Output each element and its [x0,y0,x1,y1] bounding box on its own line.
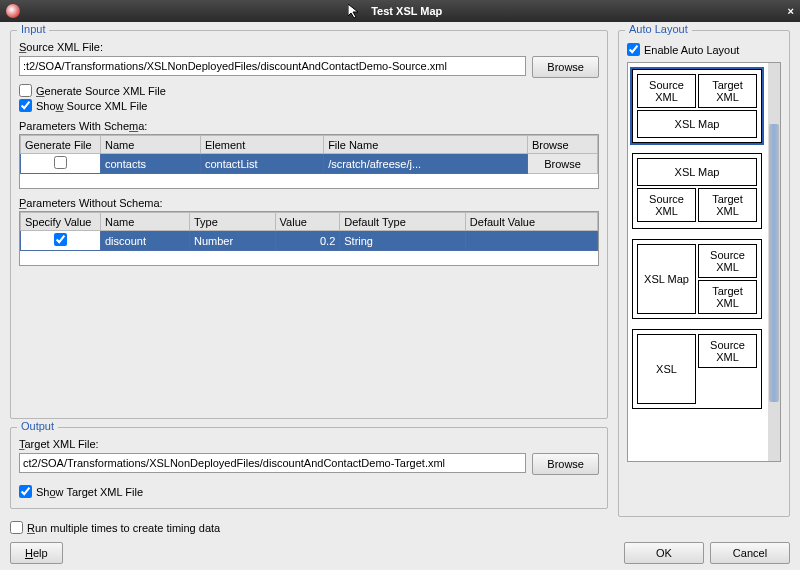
auto-layout-legend: Auto Layout [625,23,692,35]
generate-source-checkbox[interactable] [19,84,32,97]
output-fieldset: Output Target XML File: Browse Show Targ… [10,427,608,509]
layout-option-3[interactable]: XSL Map Source XML Target XML [632,239,762,319]
col-default-type[interactable]: Default Type [340,213,466,231]
specify-value-checkbox[interactable] [54,233,67,246]
table-row[interactable]: contacts contactList /scratch/afreese/j.… [21,154,598,174]
show-source-label: Show Source XML File [36,100,148,112]
layout-cell: Source XML [698,244,757,278]
params-with-schema-table: Generate File Name Element File Name Bro… [19,134,599,189]
app-icon [6,4,20,18]
layout-options: Source XML Target XML XSL Map XSL Map So… [627,62,781,462]
close-icon[interactable]: × [788,5,794,17]
params-without-schema-label: Parameters Without Schema: [19,197,599,209]
params-with-schema-label: Parameters With Schema: [19,120,599,132]
layout-cell: Target XML [698,188,757,222]
show-target-label: Show Target XML File [36,486,143,498]
window-title: Test XSL Map [26,5,788,17]
scrollbar-thumb[interactable] [769,124,779,403]
generate-file-checkbox[interactable] [54,156,67,169]
run-multiple-label: Run multiple times to create timing data [27,522,220,534]
layout-cell: Source XML [698,334,757,368]
col-type[interactable]: Type [189,213,275,231]
show-target-checkbox[interactable] [19,485,32,498]
enable-auto-layout-label: Enable Auto Layout [644,44,739,56]
input-fieldset: Input Source XML File: Browse Generate S… [10,30,608,419]
layout-option-4[interactable]: Source XML XSL [632,329,762,409]
layout-cell: Source XML [637,188,696,222]
col-element[interactable]: Element [200,136,323,154]
scrollbar[interactable] [768,63,780,461]
source-xml-label: Source XML File: [19,41,599,53]
titlebar: Test XSL Map × [0,0,800,22]
cell-name2[interactable]: discount [101,231,190,251]
col-specify-value[interactable]: Specify Value [21,213,101,231]
layout-cell: XSL Map [637,244,696,314]
show-source-checkbox[interactable] [19,99,32,112]
col-name[interactable]: Name [101,136,201,154]
cell-deftype[interactable]: String [340,231,466,251]
layout-cell: Target XML [698,280,757,314]
target-xml-input[interactable] [19,453,526,473]
col-generate-file[interactable]: Generate File [21,136,101,154]
cell-defval[interactable] [465,231,597,251]
table-row[interactable]: discount Number 0.2 String [21,231,598,251]
help-button[interactable]: Help [10,542,63,564]
source-browse-button[interactable]: Browse [532,56,599,78]
layout-cell: XSL [637,334,696,404]
cell-element[interactable]: contactList [200,154,323,174]
target-xml-label: Target XML File: [19,438,599,450]
generate-source-label: Generate Source XML File [36,85,166,97]
cell-type[interactable]: Number [189,231,275,251]
run-multiple-checkbox[interactable] [10,521,23,534]
col-value[interactable]: Value [275,213,340,231]
source-xml-input[interactable] [19,56,526,76]
cell-name[interactable]: contacts [101,154,201,174]
target-browse-button[interactable]: Browse [532,453,599,475]
col-name2[interactable]: Name [101,213,190,231]
row-browse-button[interactable]: Browse [528,154,598,174]
layout-option-1[interactable]: Source XML Target XML XSL Map [632,69,762,143]
layout-cell: XSL Map [637,158,757,186]
col-file-name[interactable]: File Name [324,136,528,154]
cancel-button[interactable]: Cancel [710,542,790,564]
auto-layout-fieldset: Auto Layout Enable Auto Layout Source XM… [618,30,790,517]
col-default-value[interactable]: Default Value [465,213,597,231]
input-legend: Input [17,23,49,35]
cell-value[interactable]: 0.2 [275,231,340,251]
layout-cell: Target XML [698,74,757,108]
params-without-schema-table: Specify Value Name Type Value Default Ty… [19,211,599,266]
layout-option-2[interactable]: XSL Map Source XML Target XML [632,153,762,229]
ok-button[interactable]: OK [624,542,704,564]
enable-auto-layout-checkbox[interactable] [627,43,640,56]
col-browse[interactable]: Browse [528,136,598,154]
layout-cell: XSL Map [637,110,757,138]
layout-cell: Source XML [637,74,696,108]
cell-file[interactable]: /scratch/afreese/j... [324,154,528,174]
output-legend: Output [17,420,58,432]
